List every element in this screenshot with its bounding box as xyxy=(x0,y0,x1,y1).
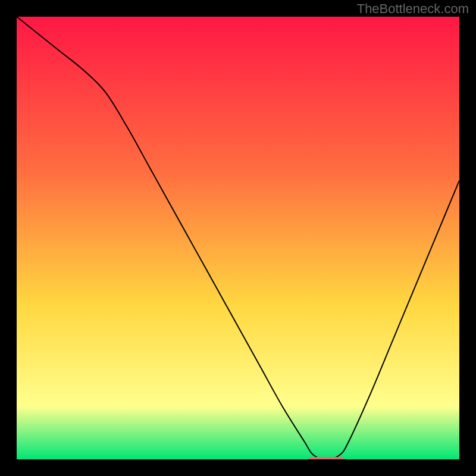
plot-background xyxy=(17,17,459,459)
bottleneck-chart xyxy=(0,0,476,476)
watermark-text: TheBottleneck.com xyxy=(357,1,469,17)
chart-container: TheBottleneck.com xyxy=(0,0,476,476)
